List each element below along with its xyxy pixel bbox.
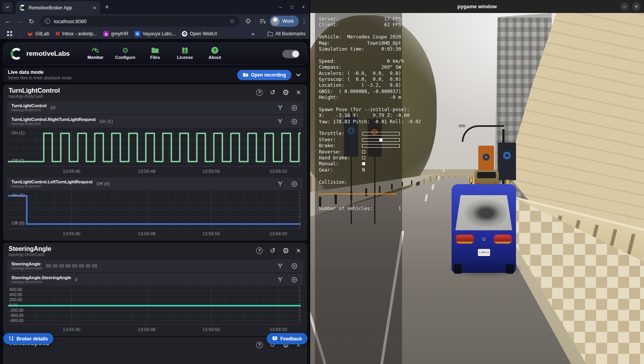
bookmark-vayavya[interactable]: 6 Vayavya Labs... — [135, 31, 176, 37]
nav-license[interactable]: License — [175, 46, 195, 60]
feedback-button[interactable]: Feedback — [267, 333, 307, 344]
remove-signal-icon[interactable] — [291, 263, 297, 269]
fork-icon[interactable] — [278, 263, 283, 269]
nav-label: License — [177, 55, 193, 60]
url-text[interactable]: localhost:8080 — [54, 18, 226, 24]
y-tick-label: -400.00 — [9, 313, 24, 318]
gear-icon[interactable]: ⚙ — [282, 247, 289, 254]
bookmark-gitlab[interactable]: GitLab — [27, 31, 49, 37]
hud-line: Hand brake: — [319, 155, 401, 161]
remove-signal-icon[interactable] — [291, 277, 297, 283]
bookmark-star-icon[interactable]: ☆ — [230, 18, 235, 25]
signal-row[interactable]: SteeringAngle.SteeringAngle topology-Dri… — [7, 273, 303, 286]
window-close-button[interactable]: × — [302, 4, 305, 10]
signal-sub: topology-BodyCan0 — [11, 122, 96, 126]
chart-plot[interactable]: 600.00400.00200.000.00-200.00-400.00-600… — [8, 287, 301, 325]
address-bar[interactable]: i localhost:8080 ☆ — [40, 16, 240, 27]
fork-icon[interactable] — [278, 277, 283, 282]
hud-line — [319, 101, 401, 106]
side-panel-icon[interactable] — [258, 18, 267, 24]
collapse-chevron-icon[interactable] — [296, 72, 300, 76]
hud-line — [319, 52, 401, 58]
browser-menu-icon[interactable]: ⋮ — [301, 18, 307, 25]
brand-name: remotiveLabs — [26, 50, 70, 58]
header-toggle[interactable] — [282, 50, 300, 58]
openwebui-icon — [182, 31, 187, 37]
fork-icon[interactable] — [278, 181, 283, 187]
signal-row[interactable]: TurnLightControl.RightTurnLightRequest t… — [7, 115, 303, 128]
x-tick-label: 13:55:40 — [63, 231, 80, 236]
browser-tab[interactable]: RemotiveBroker App × — [16, 1, 100, 14]
signal-row[interactable]: TurnLightControl topology-BodyCan0 02 — [7, 101, 303, 114]
panel-subtitle: topology-DriverCan0 — [9, 252, 51, 257]
browser-toolbar: ← → ↻ i localhost:8080 ☆ Work ⋮ — [0, 14, 310, 28]
pygame-minimize-button[interactable]: – — [620, 2, 629, 11]
signal-value: 02 — [51, 105, 56, 110]
window-maximize-button[interactable]: □ — [291, 4, 293, 10]
signal-name: TurnLightControl — [11, 103, 47, 108]
broker-details-label: Broker details — [16, 336, 48, 342]
hud-line: Number of vehicles: 1 — [319, 206, 401, 212]
extensions-icon[interactable] — [243, 18, 253, 24]
bookmark-greythr[interactable]: g greytHR — [103, 31, 128, 37]
y-tick-label: Off (0) — [12, 221, 24, 225]
nav-monitor[interactable]: Monitor — [85, 46, 106, 60]
history-icon[interactable]: ↺ — [270, 247, 275, 254]
pygame-titlebar[interactable]: pygame window – × — [310, 0, 644, 13]
signal-name: SteeringAngle.SteeringAngle — [11, 275, 71, 280]
help-icon[interactable]: ? — [256, 247, 263, 254]
signal-row[interactable]: TurnLightControl.LeftTurnLightRequest to… — [7, 177, 303, 190]
bookmark-openwebui[interactable]: Open WebUI — [182, 31, 217, 37]
signal-name: TurnLightControl.RightTurnLightRequest — [11, 117, 96, 122]
remove-signal-icon[interactable] — [291, 105, 297, 111]
forward-button[interactable]: → — [15, 18, 24, 25]
license-badge-icon — [182, 46, 188, 54]
help-icon[interactable]: ? — [256, 342, 263, 348]
hud-line: Server: 17 FPS — [319, 16, 401, 22]
help-icon[interactable]: ? — [256, 89, 263, 96]
bookmark-inbox[interactable]: M Inbox - aniketp... — [55, 31, 97, 37]
bookmarks-overflow-button[interactable]: » — [252, 31, 255, 37]
folder-icon — [151, 46, 159, 54]
remove-signal-icon[interactable] — [291, 119, 297, 124]
nav-files[interactable]: Files — [145, 46, 165, 60]
back-button[interactable]: ← — [3, 18, 13, 25]
browser-window: RemotiveBroker App × + – □ × ← → ↻ i loc… — [0, 0, 310, 364]
close-icon[interactable]: × — [296, 247, 301, 254]
bookmark-label: Vayavya Labs... — [143, 31, 176, 37]
window-minimize-button[interactable]: – — [279, 4, 282, 10]
pygame-close-button[interactable]: × — [632, 2, 640, 11]
x-tick-label: 13:55:55 — [202, 327, 220, 332]
history-icon[interactable]: ↺ — [270, 89, 275, 96]
signal-row[interactable]: SteeringAngle topology-DriverCan0 00 20 … — [7, 260, 303, 272]
apps-grid-icon[interactable] — [5, 31, 14, 36]
fork-icon[interactable] — [278, 119, 283, 124]
window-reflection — [461, 197, 507, 227]
gear-icon[interactable]: ⚙ — [282, 89, 289, 96]
chart-plot[interactable]: On (1)Off (0) — [8, 191, 301, 229]
broker-details-button[interactable]: Broker details — [3, 333, 53, 344]
fork-icon[interactable] — [278, 105, 283, 110]
tab-close-icon[interactable]: × — [93, 5, 96, 11]
live-mode-subtitle: Select files to enter playback mode. — [8, 75, 73, 80]
close-icon[interactable]: × — [296, 88, 301, 96]
remove-signal-icon[interactable] — [291, 181, 297, 187]
tail-light — [456, 235, 473, 244]
all-bookmarks-button[interactable]: All Bookmarks — [267, 31, 306, 37]
chart-plot[interactable]: On (1)Off (0) — [8, 129, 301, 166]
nav-about[interactable]: ? About — [205, 46, 225, 60]
open-recording-button[interactable]: Open recording — [237, 70, 291, 80]
tab-search-button[interactable] — [2, 2, 13, 12]
site-info-icon[interactable]: i — [45, 18, 50, 24]
bookmarks-divider — [20, 31, 21, 37]
live-mode-title: Live data mode — [8, 70, 73, 75]
reload-button[interactable]: ↻ — [27, 18, 36, 25]
bookmarks-divider — [261, 31, 261, 37]
new-tab-button[interactable]: + — [105, 4, 109, 11]
hud-line: Vehicle: Mercedes Coupe 2020 — [319, 34, 401, 40]
hud-line — [319, 185, 401, 191]
remotive-favicon — [20, 5, 26, 11]
profile-button[interactable]: Work — [270, 16, 299, 27]
nav-configure[interactable]: ⚙ Configure — [115, 46, 135, 60]
signal-name: SteeringAngle — [11, 262, 42, 266]
